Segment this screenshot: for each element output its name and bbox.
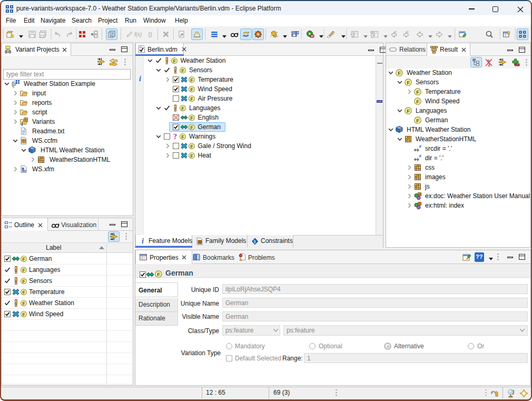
- svg-text:F: F: [190, 87, 193, 92]
- svg-text:F: F: [23, 312, 25, 317]
- svg-text:!: !: [254, 239, 256, 244]
- svg-text:F: F: [23, 301, 25, 306]
- svg-text:F: F: [398, 70, 401, 76]
- svg-text:F: F: [23, 257, 25, 262]
- svg-text:F: F: [190, 96, 193, 102]
- svg-text:F: F: [190, 115, 193, 121]
- svg-text:F: F: [182, 134, 184, 140]
- svg-text:?: ?: [173, 132, 177, 141]
- svg-text:F: F: [407, 80, 410, 85]
- svg-text:F: F: [23, 268, 25, 273]
- svg-text:F: F: [182, 68, 184, 73]
- svg-text:F: F: [407, 108, 410, 114]
- svg-text:f(x): f(x): [134, 32, 142, 37]
- svg-text:F: F: [190, 153, 193, 159]
- svg-text:{}: {}: [148, 31, 152, 37]
- svg-text:F: F: [419, 154, 422, 158]
- svg-text:F: F: [416, 99, 419, 104]
- svg-text:i: i: [139, 75, 141, 83]
- svg-text:F: F: [23, 279, 25, 284]
- svg-text:F: F: [157, 271, 160, 277]
- svg-text:F: F: [190, 77, 193, 83]
- svg-text:F: F: [416, 118, 419, 123]
- svg-text:F: F: [190, 125, 193, 130]
- svg-text:F: F: [173, 58, 175, 64]
- svg-text:F: F: [190, 144, 193, 149]
- svg-text:F: F: [23, 290, 25, 295]
- svg-text:i: i: [21, 121, 23, 126]
- svg-text:F: F: [419, 145, 422, 149]
- svg-text:i: i: [142, 237, 144, 245]
- svg-text:F: F: [182, 106, 184, 111]
- svg-text:F: F: [416, 89, 419, 95]
